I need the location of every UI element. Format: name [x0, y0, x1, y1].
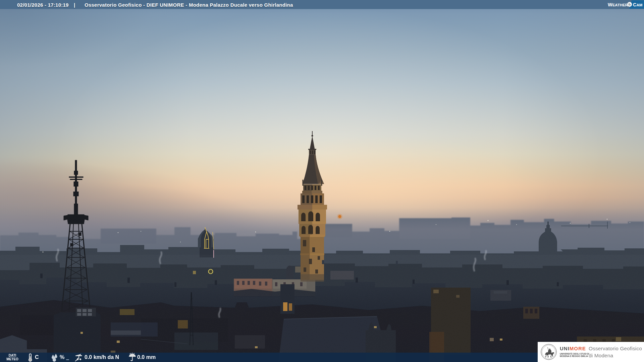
svg-text:CAM: CAM: [633, 2, 642, 7]
svg-text:WEATHER: WEATHER: [608, 2, 628, 7]
